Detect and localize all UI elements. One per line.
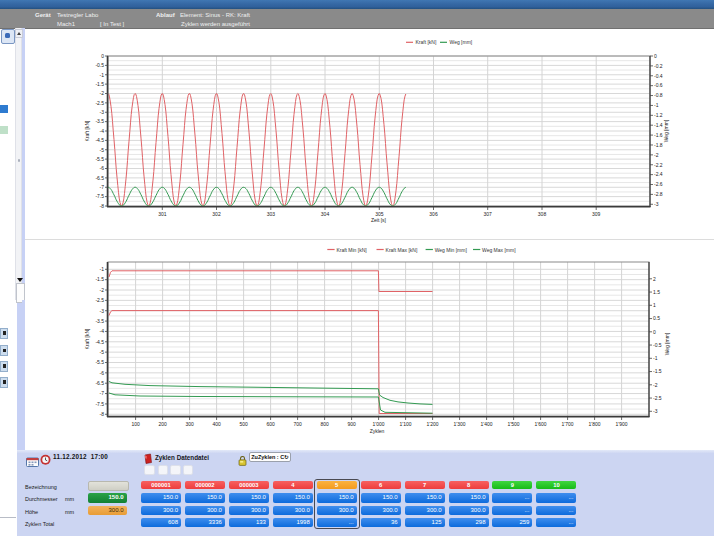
svg-text:Weg [mm]: Weg [mm] xyxy=(663,119,669,142)
svg-text:-1.2: -1.2 xyxy=(654,112,663,118)
svg-text:-0.5: -0.5 xyxy=(95,62,104,68)
svg-text:1'800: 1'800 xyxy=(589,421,601,427)
svg-text:-5.5: -5.5 xyxy=(95,156,104,162)
svg-text:500: 500 xyxy=(239,421,248,427)
svg-text:307: 307 xyxy=(484,211,493,217)
svg-text:800: 800 xyxy=(320,421,329,427)
svg-text:-8: -8 xyxy=(100,411,105,417)
svg-text:Kraft Max [kN]: Kraft Max [kN] xyxy=(386,247,418,253)
svg-text:-1: -1 xyxy=(100,72,105,78)
svg-text:1'700: 1'700 xyxy=(562,421,574,427)
svg-text:-1.5: -1.5 xyxy=(653,368,662,374)
svg-text:-2.5: -2.5 xyxy=(95,100,104,106)
svg-text:-2: -2 xyxy=(654,152,659,158)
svg-text:-3: -3 xyxy=(100,109,105,115)
svg-text:1'300: 1'300 xyxy=(454,421,466,427)
svg-text:-4.5: -4.5 xyxy=(95,137,104,143)
svg-text:1: 1 xyxy=(653,302,656,308)
svg-text:-5.5: -5.5 xyxy=(95,359,104,365)
svg-text:Weg Max [mm]: Weg Max [mm] xyxy=(482,247,516,253)
svg-text:-2.4: -2.4 xyxy=(654,171,663,177)
svg-text:400: 400 xyxy=(212,421,221,427)
svg-text:0.5: 0.5 xyxy=(653,315,660,321)
svg-text:-5: -5 xyxy=(100,349,105,355)
svg-text:Zeit [s]: Zeit [s] xyxy=(371,217,387,223)
svg-text:700: 700 xyxy=(293,421,302,427)
svg-text:-7.5: -7.5 xyxy=(95,193,104,199)
svg-text:Kraft Min [kN]: Kraft Min [kN] xyxy=(336,247,367,253)
svg-text:-8: -8 xyxy=(100,203,105,209)
svg-text:-1.6: -1.6 xyxy=(654,132,663,138)
svg-text:-5: -5 xyxy=(100,147,105,153)
svg-text:-2: -2 xyxy=(100,90,105,96)
svg-text:-4.5: -4.5 xyxy=(95,339,104,345)
svg-text:-6: -6 xyxy=(100,370,105,376)
svg-text:-7.5: -7.5 xyxy=(95,401,104,407)
svg-text:-1: -1 xyxy=(653,355,658,361)
svg-text:-1: -1 xyxy=(100,266,105,272)
svg-text:0: 0 xyxy=(101,53,104,59)
svg-text:306: 306 xyxy=(429,211,438,217)
svg-text:-0.5: -0.5 xyxy=(653,342,662,348)
svg-text:-2: -2 xyxy=(653,382,658,388)
svg-text:1'400: 1'400 xyxy=(481,421,493,427)
svg-text:-1.5: -1.5 xyxy=(95,276,104,282)
svg-text:-2.5: -2.5 xyxy=(653,395,662,401)
svg-text:302: 302 xyxy=(212,211,221,217)
svg-text:-4: -4 xyxy=(100,328,105,334)
svg-text:-7: -7 xyxy=(100,390,105,396)
svg-text:-1: -1 xyxy=(654,102,659,108)
svg-text:Weg [mm]: Weg [mm] xyxy=(450,39,473,45)
svg-text:-2.6: -2.6 xyxy=(654,181,663,187)
svg-text:1'100: 1'100 xyxy=(400,421,412,427)
svg-text:2: 2 xyxy=(653,276,656,282)
svg-text:1'500: 1'500 xyxy=(508,421,520,427)
svg-text:-6.5: -6.5 xyxy=(95,380,104,386)
svg-text:301: 301 xyxy=(158,211,167,217)
svg-text:-1.8: -1.8 xyxy=(654,142,663,148)
svg-text:308: 308 xyxy=(538,211,547,217)
svg-text:-0.8: -0.8 xyxy=(654,92,663,98)
svg-text:305: 305 xyxy=(375,211,384,217)
svg-text:-1.4: -1.4 xyxy=(654,122,663,128)
svg-text:1'900: 1'900 xyxy=(616,421,628,427)
svg-text:-0.2: -0.2 xyxy=(654,63,663,69)
svg-text:100: 100 xyxy=(131,421,140,427)
svg-text:600: 600 xyxy=(266,421,275,427)
svg-text:1'000: 1'000 xyxy=(373,421,385,427)
svg-text:-1.5: -1.5 xyxy=(95,81,104,87)
svg-text:-4: -4 xyxy=(100,128,105,134)
svg-text:0: 0 xyxy=(653,329,656,335)
svg-text:200: 200 xyxy=(158,421,167,427)
svg-text:Weg [mm]: Weg [mm] xyxy=(664,332,670,355)
svg-text:1.5: 1.5 xyxy=(653,289,660,295)
svg-text:-3.5: -3.5 xyxy=(95,118,104,124)
svg-text:-7: -7 xyxy=(100,184,105,190)
svg-text:303: 303 xyxy=(267,211,276,217)
svg-text:0: 0 xyxy=(654,53,657,59)
svg-text:-2.2: -2.2 xyxy=(654,162,663,168)
svg-text:-2.5: -2.5 xyxy=(95,297,104,303)
svg-text:-0.4: -0.4 xyxy=(654,73,663,79)
svg-text:Kraft [kN]: Kraft [kN] xyxy=(84,328,90,349)
svg-text:-3: -3 xyxy=(654,201,659,207)
svg-text:Kraft [kN]: Kraft [kN] xyxy=(84,120,90,141)
svg-text:-2.8: -2.8 xyxy=(654,191,663,197)
svg-text:-3: -3 xyxy=(653,408,658,414)
svg-text:-3.5: -3.5 xyxy=(95,318,104,324)
svg-text:-6: -6 xyxy=(100,165,105,171)
svg-text:-0.6: -0.6 xyxy=(654,82,663,88)
svg-text:900: 900 xyxy=(347,421,356,427)
svg-text:309: 309 xyxy=(592,211,601,217)
svg-text:-6.5: -6.5 xyxy=(95,175,104,181)
svg-text:Kraft [kN]: Kraft [kN] xyxy=(416,39,437,45)
svg-text:Zyklen: Zyklen xyxy=(370,428,385,434)
svg-text:-2: -2 xyxy=(100,287,105,293)
svg-text:304: 304 xyxy=(321,211,330,217)
svg-text:1'200: 1'200 xyxy=(427,421,439,427)
svg-text:300: 300 xyxy=(185,421,194,427)
svg-text:Weg Min [mm]: Weg Min [mm] xyxy=(435,247,468,253)
svg-text:-3: -3 xyxy=(100,308,105,314)
svg-text:1'600: 1'600 xyxy=(535,421,547,427)
